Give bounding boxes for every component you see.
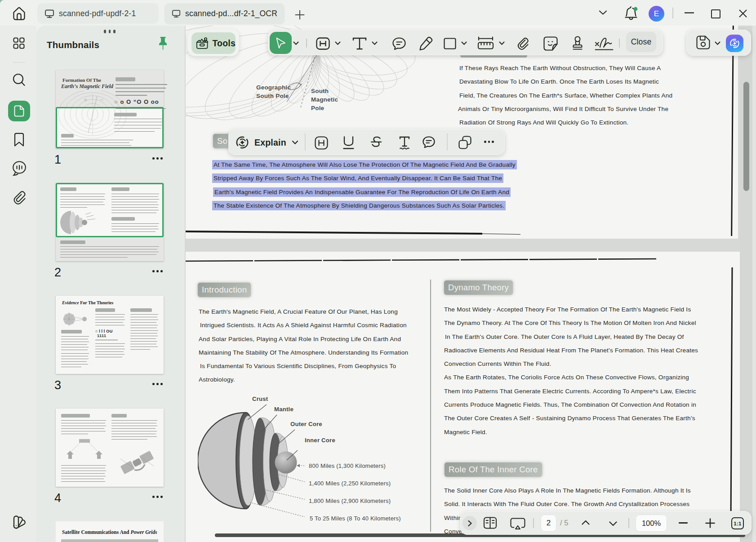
- svg-text:1,800 Miles (2,900 Kilometers): 1,800 Miles (2,900 Kilometers): [309, 498, 391, 504]
- svg-text:Inner Core: Inner Core: [305, 437, 335, 444]
- svg-text:5 To 25 Miles (8 To 40 Kilomet: 5 To 25 Miles (8 To 40 Kilometers): [310, 515, 401, 522]
- svg-text:1,400 Miles (2,250 Kilometers): 1,400 Miles (2,250 Kilometers): [309, 480, 391, 487]
- svg-text:Mantle: Mantle: [274, 406, 294, 413]
- svg-text:Outer Core: Outer Core: [290, 421, 322, 427]
- svg-text:800 Miles (1,300 Kilometers): 800 Miles (1,300 Kilometers): [309, 462, 386, 469]
- svg-text:Crust: Crust: [252, 395, 268, 402]
